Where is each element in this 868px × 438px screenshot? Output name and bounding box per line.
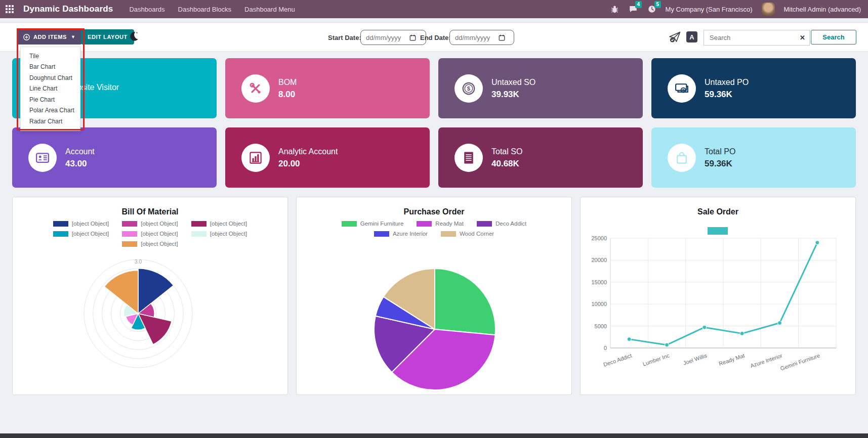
dark-mode-toggle[interactable] (128, 31, 139, 44)
tile-label: Total PO (705, 147, 735, 157)
x-axis-label: Lumber Inc (642, 352, 670, 367)
start-date-label: Start Date: (328, 34, 361, 41)
charts-row: Bill Of Material [object Object][object … (12, 197, 856, 395)
tile-value: 8.00 (278, 90, 297, 100)
end-date-label: End Date: (420, 34, 451, 41)
tile-analytic-account[interactable]: Analytic Account20.00 (225, 127, 430, 188)
messages-icon[interactable]: 4 (628, 5, 638, 14)
dropdown-item-bar-chart[interactable]: Bar Chart (21, 62, 80, 73)
end-date-field[interactable] (454, 33, 497, 42)
y-axis-tick: 25000 (591, 235, 607, 241)
dropdown-item-tile[interactable]: Tile (21, 51, 80, 62)
tile-text: Account43.00 (65, 147, 95, 169)
tile-text: Untaxed SO39.93K (491, 77, 535, 100)
svg-text:$: $ (467, 85, 471, 92)
menu-item-dashboard-menu[interactable]: Dashboard Menu (244, 6, 295, 13)
sale-order-card: Sale Order 0500010000150002000025000Deco… (580, 197, 856, 395)
dropdown-item-line-chart[interactable]: Line Chart (21, 83, 80, 95)
x-axis-label: Joel Willis (682, 352, 708, 366)
bar-chart-icon (241, 144, 270, 172)
apps-grid-icon[interactable] (5, 5, 14, 14)
id-card-icon (28, 144, 57, 172)
tile-value: 43.00 (65, 159, 95, 169)
tile-value: 40.68K (491, 159, 522, 169)
tile-total-po[interactable]: Total PO59.36K (651, 127, 856, 188)
x-axis-label: Gemini Furniture (779, 353, 820, 372)
tile-label: Untaxed SO (491, 77, 535, 87)
dropdown-item-doughnut-chart[interactable]: Doughnut Chart (21, 72, 80, 83)
tile-untaxed-so[interactable]: $Untaxed SO39.93K (438, 58, 643, 118)
tile-untaxed-po[interactable]: $Untaxed PO59.36K (651, 58, 856, 118)
tools-icon (241, 74, 270, 103)
activities-clock-icon[interactable]: 5 (647, 5, 656, 14)
search-input[interactable] (709, 33, 800, 42)
pdf-export-icon[interactable]: A (686, 31, 697, 45)
tile-label: Account (65, 147, 95, 157)
top-navbar: Dynamic Dashboards DashboardsDashboard B… (0, 0, 868, 18)
tile-bom[interactable]: BOM8.00 (225, 58, 430, 118)
x-axis-label: Azure Interior (750, 352, 783, 369)
add-items-dropdown: TileBar ChartDoughnut ChartLine ChartPie… (20, 47, 80, 131)
tile-value: 59.36K (705, 159, 735, 169)
tile-grid: Website VisitorBOM8.00$Untaxed SO39.93K$… (12, 58, 856, 188)
company-switcher[interactable]: My Company (San Francisco) (666, 6, 753, 13)
menu-item-dashboards[interactable]: Dashboards (129, 6, 164, 13)
pie-chart[interactable] (297, 197, 572, 395)
chevron-down-icon: ▼ (71, 34, 76, 39)
clear-search-icon[interactable]: ✕ (800, 34, 805, 41)
bag-icon (668, 144, 696, 172)
edit-layout-label: EDIT LAYOUT (88, 34, 128, 40)
tile-text: Untaxed PO59.36K (705, 77, 749, 100)
search-box[interactable]: ✕ (704, 30, 810, 46)
calendar-icon[interactable] (499, 34, 505, 41)
x-axis-label: Deco Addict (602, 353, 632, 368)
polar-max-tick: 3.0 (135, 259, 142, 265)
purchase-order-card: Purchase Order Gemini FurnitureReady Mat… (296, 197, 572, 395)
bill-of-material-card: Bill Of Material [object Object][object … (12, 197, 288, 395)
start-date-input[interactable] (360, 30, 426, 45)
app-title[interactable]: Dynamic Dashboards (23, 4, 113, 14)
dropdown-item-polar-area-chart[interactable]: Polar Area Chart (21, 105, 80, 116)
y-axis-tick: 15000 (591, 279, 607, 285)
invoice-icon (454, 144, 483, 172)
search-button[interactable]: Search (811, 30, 856, 45)
tile-value: 59.36K (705, 90, 749, 100)
tile-label: Total SO (491, 147, 522, 157)
user-menu[interactable]: Mitchell Admin (advanced) (784, 6, 861, 13)
cash-icon: $ (668, 74, 696, 103)
tile-text: Total PO59.36K (705, 147, 735, 169)
bug-icon[interactable] (610, 5, 619, 14)
start-date-field[interactable] (365, 33, 407, 42)
edit-layout-button[interactable]: EDIT LAYOUT (81, 29, 134, 45)
tile-text: Analytic Account20.00 (278, 147, 338, 169)
tile-label: Untaxed PO (705, 77, 749, 87)
tile-text: Total SO40.68K (491, 147, 522, 169)
plus-circle-icon (23, 34, 30, 40)
tile-total-so[interactable]: Total SO40.68K (438, 127, 643, 188)
dashboard-toolbar: ADD ITEMS ▼ EDIT LAYOUT Start Date: End … (0, 22, 868, 52)
x-axis-label: Ready Mat (718, 353, 746, 367)
menu-item-dashboard-blocks[interactable]: Dashboard Blocks (178, 6, 232, 13)
activities-badge: 5 (654, 1, 662, 8)
tile-text: BOM8.00 (278, 77, 297, 100)
svg-text:A: A (689, 33, 694, 41)
y-axis-tick: 20000 (591, 257, 607, 263)
bottom-bar (0, 433, 868, 438)
tile-account[interactable]: Account43.00 (12, 127, 217, 188)
line-chart[interactable]: 0500010000150002000025000Deco AddictLumb… (581, 197, 856, 395)
send-mail-icon[interactable] (668, 30, 682, 46)
coin-icon: $ (454, 74, 483, 103)
dropdown-item-radar-chart[interactable]: Radar Chart (21, 116, 80, 127)
user-avatar[interactable] (762, 3, 775, 16)
polar-area-chart[interactable]: 3.0 (13, 197, 288, 395)
tile-value: 20.00 (278, 159, 338, 169)
calendar-icon[interactable] (409, 34, 416, 41)
add-items-button[interactable]: ADD ITEMS ▼ (17, 29, 82, 45)
tile-value: 39.93K (491, 90, 535, 100)
main-menu: DashboardsDashboard BlocksDashboard Menu (129, 6, 295, 13)
messages-badge: 4 (635, 1, 642, 8)
tile-label: Analytic Account (278, 147, 338, 157)
y-axis-tick: 5000 (595, 323, 607, 329)
dropdown-item-pie-chart[interactable]: Pie Chart (21, 94, 80, 105)
end-date-input[interactable] (449, 30, 514, 45)
